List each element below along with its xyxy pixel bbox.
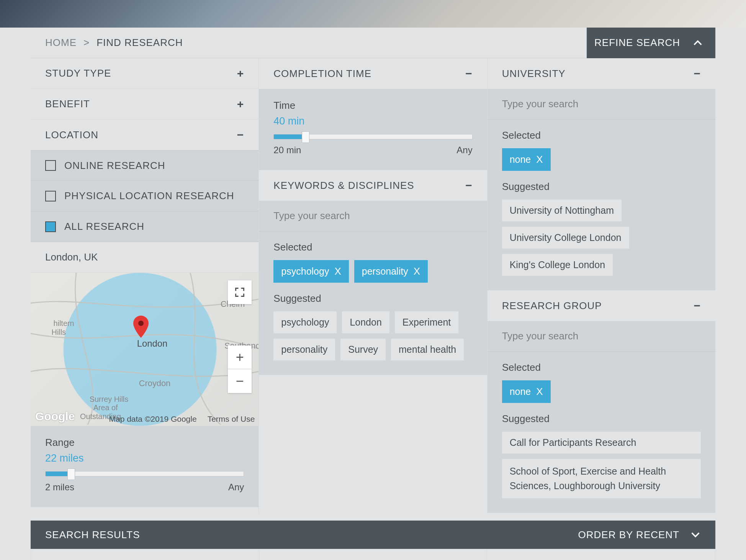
map-terms-link[interactable]: Terms of Use bbox=[208, 414, 255, 424]
location-option-label: ONLINE RESEARCH bbox=[64, 160, 165, 172]
close-icon[interactable]: X bbox=[334, 265, 341, 277]
chevron-up-icon bbox=[692, 38, 703, 48]
range-label: Range bbox=[45, 437, 244, 449]
range-slider-labels: 2 miles Any bbox=[45, 482, 244, 493]
map-roads: London Croydon Chelm Southenc hiltern Hi… bbox=[31, 273, 258, 425]
suggested-tag[interactable]: University of Nottingham bbox=[502, 200, 622, 221]
range-value: 22 miles bbox=[45, 452, 244, 464]
fullscreen-icon bbox=[234, 287, 245, 298]
order-by-button[interactable]: ORDER BY RECENT bbox=[578, 529, 701, 541]
research-group-search-input[interactable] bbox=[488, 321, 715, 352]
map-fullscreen-button[interactable] bbox=[228, 280, 252, 304]
location-name: London, UK bbox=[31, 242, 258, 273]
filter-university-body: Selected noneX Suggested University of N… bbox=[488, 89, 715, 290]
selected-tag[interactable]: psychologyX bbox=[273, 260, 348, 283]
svg-text:Area of: Area of bbox=[93, 403, 118, 412]
filter-completion-time-body: Time 40 min 20 min Any bbox=[259, 89, 487, 170]
range-min: 2 miles bbox=[45, 482, 74, 493]
checkbox-checked-icon bbox=[45, 221, 56, 232]
tag-label: personality bbox=[362, 266, 408, 277]
filters-panel: STUDY TYPE + BENEFIT + LOCATION − ONLINE… bbox=[31, 58, 715, 513]
slider-thumb[interactable] bbox=[67, 468, 75, 480]
map-zoom-out-button[interactable]: − bbox=[228, 369, 252, 393]
research-group-suggested-tags: Call for Participants Research School of… bbox=[502, 432, 701, 498]
range-slider[interactable] bbox=[45, 471, 244, 476]
range-block: Range 22 miles 2 miles Any bbox=[31, 426, 258, 507]
suggested-tag[interactable]: psychology bbox=[273, 311, 337, 333]
university-search-input[interactable] bbox=[488, 89, 715, 120]
filter-completion-time-title: COMPLETION TIME bbox=[273, 68, 371, 80]
filter-completion-time-header[interactable]: COMPLETION TIME − bbox=[259, 58, 487, 89]
selected-tag[interactable]: noneX bbox=[502, 380, 551, 403]
suggested-tag[interactable]: School of Sport, Exercise and Health Sci… bbox=[502, 459, 701, 498]
results-bar: SEARCH RESULTS ORDER BY RECENT bbox=[31, 521, 715, 549]
location-option-online[interactable]: ONLINE RESEARCH bbox=[31, 150, 258, 181]
result-col bbox=[487, 549, 715, 560]
time-slider[interactable] bbox=[273, 134, 472, 139]
filter-keywords-header[interactable]: KEYWORDS & DISCIPLINES − bbox=[259, 170, 487, 201]
selected-tag[interactable]: personalityX bbox=[354, 260, 428, 283]
filter-research-group-header[interactable]: RESEARCH GROUP − bbox=[488, 290, 715, 321]
refine-search-label: REFINE SEARCH bbox=[594, 37, 680, 49]
breadcrumb-sep: > bbox=[83, 37, 90, 49]
filter-university-header[interactable]: UNIVERSITY − bbox=[488, 58, 715, 89]
result-col bbox=[31, 549, 259, 560]
selected-tag[interactable]: noneX bbox=[502, 148, 551, 171]
filter-location-title: LOCATION bbox=[45, 129, 98, 141]
research-group-selected-label: Selected bbox=[502, 362, 701, 373]
refine-search-button[interactable]: REFINE SEARCH bbox=[587, 28, 715, 58]
keywords-search-input[interactable] bbox=[259, 201, 487, 231]
university-selected-label: Selected bbox=[502, 129, 701, 141]
location-option-label: ALL RESEARCH bbox=[64, 221, 144, 233]
filter-location-header[interactable]: LOCATION − bbox=[31, 120, 258, 150]
time-max: Any bbox=[456, 145, 472, 156]
suggested-tag[interactable]: Call for Participants Research bbox=[502, 432, 701, 454]
map-data-text: Map data ©2019 Google bbox=[109, 414, 196, 424]
filters-col-1: STUDY TYPE + BENEFIT + LOCATION − ONLINE… bbox=[31, 58, 258, 513]
close-icon[interactable]: X bbox=[414, 265, 420, 277]
suggested-tag[interactable]: personality bbox=[273, 339, 335, 360]
breadcrumb-row: HOME > FIND RESEARCH REFINE SEARCH bbox=[31, 28, 715, 58]
minus-icon: − bbox=[465, 179, 473, 192]
svg-text:Croydon: Croydon bbox=[139, 378, 170, 388]
slider-thumb[interactable] bbox=[302, 131, 309, 143]
tag-label: none bbox=[510, 386, 531, 397]
filter-study-type-header[interactable]: STUDY TYPE + bbox=[31, 58, 258, 89]
time-value: 40 min bbox=[273, 115, 472, 127]
filter-location-body: ONLINE RESEARCH PHYSICAL LOCATION RESEAR… bbox=[31, 150, 258, 507]
svg-point-9 bbox=[138, 321, 144, 326]
filters-col-2: COMPLETION TIME − Time 40 min 20 min Any… bbox=[258, 58, 487, 513]
close-icon[interactable]: X bbox=[536, 154, 543, 165]
breadcrumb-home[interactable]: HOME bbox=[45, 37, 77, 49]
location-option-physical[interactable]: PHYSICAL LOCATION RESEARCH bbox=[31, 181, 258, 211]
minus-icon: − bbox=[694, 67, 701, 80]
time-slider-labels: 20 min Any bbox=[273, 145, 472, 156]
map-zoom-in-button[interactable]: + bbox=[228, 345, 252, 369]
location-option-all[interactable]: ALL RESEARCH bbox=[31, 211, 258, 242]
google-logo: Google bbox=[35, 410, 75, 423]
map[interactable]: London Croydon Chelm Southenc hiltern Hi… bbox=[31, 273, 258, 426]
close-icon[interactable]: X bbox=[536, 386, 543, 398]
minus-icon: − bbox=[236, 373, 244, 389]
suggested-tag[interactable]: Experiment bbox=[395, 311, 458, 333]
suggested-tag[interactable]: King's College London bbox=[502, 254, 613, 276]
suggested-tag[interactable]: University College London bbox=[502, 227, 629, 249]
time-label: Time bbox=[273, 100, 472, 111]
research-group-selected-tags: noneX bbox=[502, 380, 701, 403]
keywords-selected-tags: psychologyX personalityX bbox=[273, 260, 472, 283]
filter-university-title: UNIVERSITY bbox=[502, 68, 566, 80]
suggested-tag[interactable]: London bbox=[342, 311, 389, 333]
breadcrumb: HOME > FIND RESEARCH bbox=[31, 37, 183, 49]
keywords-selected-label: Selected bbox=[273, 241, 472, 253]
suggested-tag[interactable]: mental health bbox=[391, 339, 464, 360]
tag-label: none bbox=[510, 154, 531, 165]
plus-icon: + bbox=[237, 67, 244, 80]
suggested-tag[interactable]: Survey bbox=[340, 339, 386, 360]
results-label: SEARCH RESULTS bbox=[45, 529, 140, 541]
slider-fill bbox=[274, 134, 306, 139]
svg-text:Surrey Hills: Surrey Hills bbox=[90, 395, 128, 403]
research-group-suggested-label: Suggested bbox=[502, 413, 701, 425]
svg-text:London: London bbox=[137, 338, 167, 349]
svg-text:hiltern: hiltern bbox=[54, 319, 74, 327]
filter-benefit-header[interactable]: BENEFIT + bbox=[31, 89, 258, 120]
